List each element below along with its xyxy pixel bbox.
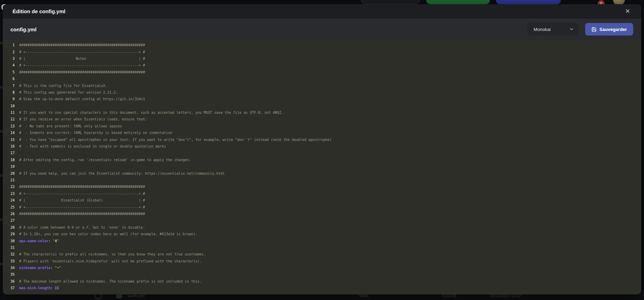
code-line[interactable]: 2# +------------------------------------… (3, 48, 641, 55)
code-line[interactable]: 37max-nick-length: 15 (3, 285, 641, 291)
code-line[interactable]: 6 (3, 76, 641, 82)
line-number: 32 (3, 252, 15, 256)
line-content: # - No tabs are present: YAML only allow… (15, 124, 122, 128)
line-content: nickname-prefix: '~' (15, 266, 61, 270)
background-button-outline (361, 0, 420, 4)
code-line[interactable]: 17 (3, 150, 641, 156)
line-content: # If you want to use special characters … (15, 111, 284, 115)
code-line[interactable]: 14# - Indents are correct: YAML hierarch… (3, 129, 641, 136)
code-line[interactable]: 11# If you want to use special character… (3, 109, 641, 116)
code-line[interactable]: 25# +-----------------------------------… (3, 204, 641, 210)
file-toolbar: config.yml Monokai Sauvegarder (3, 18, 641, 40)
save-button[interactable]: Sauvegarder (585, 23, 633, 35)
line-content: ########################################… (15, 212, 145, 216)
modal-title: Édition de config.yml (13, 8, 623, 14)
line-content: # - Indents are correct: YAML hierarchy … (15, 131, 172, 135)
code-line[interactable]: 21 (3, 177, 641, 183)
code-line[interactable]: 7# This is the config file for Essential… (3, 82, 641, 89)
line-number: 28 (3, 226, 15, 229)
line-content: # After editing the config, run '/essent… (15, 158, 191, 162)
line-content: # Players with 'essentials.nick.hidepref… (15, 259, 202, 263)
code-line[interactable]: 30ops-name-color: '4' (3, 237, 641, 244)
line-content: # | Notes | # (15, 57, 145, 61)
line-number: 33 (3, 259, 15, 263)
line-number: 29 (3, 232, 15, 236)
code-line[interactable]: 19 (3, 163, 641, 170)
close-icon[interactable]: ✕ (623, 7, 632, 16)
code-line[interactable]: 23# +-----------------------------------… (3, 190, 641, 197)
code-line[interactable]: 18# After editing the config, run '/esse… (3, 157, 641, 163)
background-button-blue (496, 0, 561, 4)
line-content: ########################################… (15, 185, 145, 189)
line-number: 11 (3, 111, 15, 115)
line-number: 7 (3, 84, 15, 88)
line-number: 31 (3, 246, 15, 250)
code-area[interactable]: 1#######################################… (3, 42, 641, 291)
line-number: 2 (3, 50, 15, 54)
code-line[interactable]: 36# The maximum length allowed in nickna… (3, 278, 641, 285)
line-number: 17 (3, 151, 15, 155)
theme-select-value: Monokai (534, 27, 569, 32)
line-content: # A color code between 0-9 or a-f. Set t… (15, 226, 145, 229)
line-number: 24 (3, 198, 15, 202)
line-number: 16 (3, 144, 15, 148)
line-content: # +-------------------------------------… (15, 192, 145, 196)
line-content: # This is the config file for Essentials… (15, 84, 107, 88)
code-line[interactable]: 32# The character(s) to prefix all nickn… (3, 251, 641, 258)
line-number: 8 (3, 90, 15, 94)
line-content: # +-------------------------------------… (15, 205, 145, 209)
code-line[interactable]: 9# View the up-to-date default config at… (3, 96, 641, 102)
save-button-label: Sauvegarder (599, 27, 627, 32)
code-line[interactable]: 35 (3, 271, 641, 278)
code-line[interactable]: 5#######################################… (3, 69, 641, 76)
line-number: 5 (3, 70, 15, 74)
code-line[interactable]: 29# In 1.16+, you can use hex color code… (3, 231, 641, 237)
code-line[interactable]: 13# - No tabs are present: YAML only all… (3, 123, 641, 129)
code-line[interactable]: 4# +------------------------------------… (3, 62, 641, 69)
background-button-green (426, 0, 490, 4)
line-number: 6 (3, 77, 15, 81)
chevron-down-icon (569, 27, 574, 32)
line-number: 35 (3, 273, 15, 276)
code-line[interactable]: 8# This config was generated for version… (3, 89, 641, 96)
code-line[interactable]: 27 (3, 217, 641, 224)
code-line[interactable]: 34nickname-prefix: '~' (3, 265, 641, 271)
line-content: # If you receive an error when Essential… (15, 117, 147, 121)
code-line[interactable]: 24# | EssentialsX (Global) | # (3, 197, 641, 204)
line-number: 20 (3, 172, 15, 175)
line-content: ops-name-color: '4' (15, 239, 59, 243)
code-editor[interactable]: 1#######################################… (3, 40, 641, 294)
code-line[interactable]: 22######################################… (3, 183, 641, 190)
line-number: 34 (3, 266, 15, 270)
line-content: ########################################… (15, 43, 145, 47)
line-content: # The character(s) to prefix all nicknam… (15, 252, 206, 256)
code-line[interactable]: 3# | Notes | # (3, 55, 641, 62)
code-line[interactable]: 33# Players with 'essentials.nick.hidepr… (3, 258, 641, 265)
line-content: # This config was generated for version … (15, 90, 118, 94)
line-number: 27 (3, 219, 15, 222)
code-line[interactable]: 31 (3, 244, 641, 251)
line-number: 15 (3, 138, 15, 142)
line-number: 14 (3, 131, 15, 135)
line-number: 18 (3, 158, 15, 162)
code-line[interactable]: 10 (3, 103, 641, 109)
code-line[interactable]: 20# If you need help, you can join the E… (3, 170, 641, 176)
line-content: # The maximum length allowed in nickname… (15, 279, 202, 283)
line-number: 22 (3, 185, 15, 189)
theme-select[interactable]: Monokai (527, 23, 579, 35)
edit-file-modal: Édition de config.yml ✕ config.yml Monok… (3, 4, 641, 294)
code-line[interactable]: 15# - You have "escaped" all apostrophes… (3, 136, 641, 143)
code-line[interactable]: 26######################################… (3, 211, 641, 217)
sidebar-sliver (0, 0, 3, 300)
line-number: 1 (3, 43, 15, 47)
save-icon (591, 27, 597, 32)
line-number: 3 (3, 57, 15, 61)
code-line[interactable]: 12# If you receive an error when Essenti… (3, 116, 641, 123)
code-line[interactable]: 1#######################################… (3, 42, 641, 48)
code-line[interactable]: 28# A color code between 0-9 or a-f. Set… (3, 224, 641, 231)
line-content: # View the up-to-date default config at … (15, 97, 145, 101)
line-content: # In 1.16+, you can use hex color codes … (15, 232, 197, 236)
line-content: # - Text with symbols is enclosed in sin… (15, 144, 166, 148)
code-line[interactable]: 16# - Text with symbols is enclosed in s… (3, 143, 641, 150)
line-content: # +-------------------------------------… (15, 63, 145, 67)
